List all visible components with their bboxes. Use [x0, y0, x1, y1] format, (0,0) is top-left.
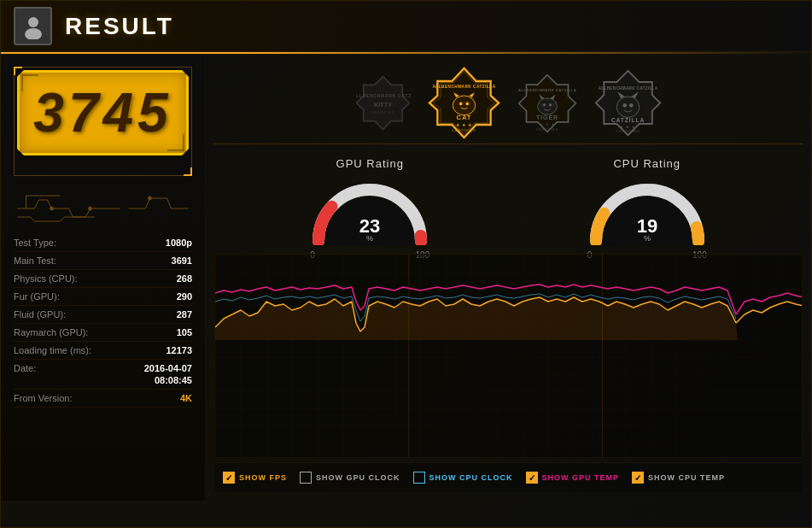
svg-point-36: [616, 97, 639, 117]
stat-value: 4K: [180, 393, 192, 403]
svg-rect-50: [215, 255, 802, 457]
gpu-temp-label: SHOW GPU TEMP: [542, 473, 620, 482]
svg-text:KITTY: KITTY: [373, 101, 391, 109]
cpu-temp-checkbox[interactable]: ✓: [632, 472, 644, 484]
stat-value: 2016-04-07: [144, 363, 192, 373]
stat-label: Main Test:: [14, 255, 56, 266]
badges-row: ALLBENCHMARK CATZI KITTY CERTIFIED ALLBE…: [214, 62, 803, 144]
page-title: RESULT: [65, 13, 174, 40]
cpu-gauge-title: CPU Rating: [613, 157, 681, 170]
stat-value: 290: [177, 291, 192, 302]
badge-shape-kitty: ALLBENCHMARK CATZI KITTY CERTIFIED: [355, 75, 411, 131]
fps-check-icon: ✓: [225, 473, 232, 483]
svg-text:CERTIFIED: CERTIFIED: [616, 130, 640, 133]
score-frame: 3745: [14, 67, 192, 176]
stat-label: Physics (CPU):: [14, 273, 78, 284]
gpu-gauge-wrap: 23 % 0 100: [310, 177, 429, 245]
score-corner-tl: [21, 74, 38, 91]
fps-checkbox[interactable]: ✓: [223, 472, 235, 484]
avatar: [14, 7, 52, 45]
svg-text:CAT: CAT: [456, 114, 471, 121]
legend-bar: ✓ SHOW FPS SHOW GPU CLOCK SHOW CPU CLOCK…: [214, 462, 803, 492]
fps-label: SHOW FPS: [239, 473, 287, 482]
badge-tiger: ALLBENCHMARK CATZILLA TIGER: [517, 73, 577, 133]
svg-point-38: [628, 103, 633, 108]
legend-cpu-temp[interactable]: ✓ SHOW CPU TEMP: [632, 472, 725, 484]
stat-label: Fluid (GPU):: [14, 309, 66, 320]
stats-table: Test Type: 1080p Main Test: 3691 Physics…: [14, 234, 192, 408]
stat-label: Raymarch (GPU):: [14, 327, 88, 337]
svg-text:★ ★ ★: ★ ★ ★: [455, 123, 471, 127]
legend-gpu-temp[interactable]: ✓ SHOW GPU TEMP: [526, 472, 620, 484]
svg-point-1: [25, 28, 42, 39]
svg-point-37: [622, 103, 627, 108]
svg-text:ALLBENCHMARK CATZILLA: ALLBENCHMARK CATZILLA: [598, 85, 657, 90]
stat-loading: Loading time (ms): 12173: [14, 342, 192, 360]
svg-point-0: [28, 17, 38, 27]
gpu-clock-checkbox[interactable]: [300, 472, 312, 484]
legend-fps[interactable]: ✓ SHOW FPS: [223, 472, 287, 484]
right-panel: ALLBENCHMARK CATZI KITTY CERTIFIED ALLBE…: [206, 54, 811, 501]
stat-value: 287: [177, 309, 192, 320]
cpu-temp-check-icon: ✓: [634, 473, 641, 483]
stat-raymarch: Raymarch (GPU): 105: [14, 324, 192, 342]
stat-value: 1080p: [166, 238, 192, 248]
svg-point-25: [542, 103, 546, 107]
badge-kitty: ALLBENCHMARK CATZI KITTY CERTIFIED: [355, 75, 411, 131]
stat-test-type: Test Type: 1080p: [14, 234, 192, 252]
svg-text:CERTIFIED: CERTIFIED: [452, 129, 476, 132]
cpu-clock-checkbox[interactable]: [413, 472, 425, 484]
stat-label: From Version:: [14, 393, 72, 403]
score-corner-br: [167, 134, 184, 151]
header: RESULT: [1, 1, 811, 52]
badge-catzilla: ALLBENCHMARK CATZILLA CATZILLA ★ ★ ★ CER…: [594, 69, 663, 138]
stat-physics: Physics (CPU): 268: [14, 270, 192, 288]
badge-cat: ALLBENCHMARK CATZILLA CAT ★ ★ ★ CERTIF: [428, 67, 500, 139]
svg-point-16: [465, 103, 469, 106]
legend-cpu-clock[interactable]: SHOW CPU CLOCK: [413, 472, 513, 484]
cpu-gauge-wrap: 19 % 0 100: [587, 177, 707, 245]
svg-point-14: [453, 96, 475, 115]
cpu-clock-label: SHOW CPU CLOCK: [429, 473, 513, 482]
svg-point-15: [459, 103, 462, 106]
svg-text:ALLBENCHMARK CATZILLA: ALLBENCHMARK CATZILLA: [517, 88, 576, 92]
cpu-gauge: CPU Rating 19 %: [562, 157, 733, 245]
stat-value: 268: [177, 273, 192, 284]
main-content: 3745: [1, 54, 811, 501]
stat-label: Loading time (ms):: [14, 345, 91, 355]
gpu-temp-checkbox[interactable]: ✓: [526, 472, 538, 484]
svg-text:CERTIFIED: CERTIFIED: [535, 127, 558, 131]
gpu-gauge: GPU Rating 23: [284, 157, 455, 245]
stat-main-test: Main Test: 3691: [14, 252, 192, 270]
svg-text:%: %: [366, 234, 373, 243]
left-panel: 3745: [1, 54, 206, 501]
stat-version: From Version: 4K: [14, 390, 192, 408]
badge-shape-cat: ALLBENCHMARK CATZILLA CAT ★ ★ ★ CERTIF: [428, 67, 500, 139]
stat-date: Date: 2016-04-07 08:08:45: [14, 360, 192, 390]
svg-point-26: [548, 103, 552, 107]
svg-point-3: [89, 207, 92, 210]
svg-point-2: [50, 207, 54, 210]
stat-value: 12173: [166, 345, 192, 355]
stat-label: Test Type:: [14, 238, 56, 248]
cpu-temp-label: SHOW CPU TEMP: [648, 473, 725, 482]
badge-shape-catzilla: ALLBENCHMARK CATZILLA CATZILLA ★ ★ ★ CER…: [594, 69, 663, 138]
stat-label: Date:: [14, 363, 36, 373]
svg-point-24: [537, 97, 557, 114]
gpu-gauge-title: GPU Rating: [336, 157, 404, 170]
legend-gpu-clock[interactable]: SHOW GPU CLOCK: [300, 472, 400, 484]
stat-value: 3691: [172, 255, 192, 266]
app-wrapper: RESULT 3745: [0, 0, 812, 528]
stat-label: Fur (GPU):: [14, 291, 60, 302]
svg-text:★ ★ ★: ★ ★ ★: [620, 125, 636, 128]
score-value: 3745: [28, 85, 178, 140]
stat-date-time: 08:08:45: [155, 375, 192, 385]
gauges-row: GPU Rating 23: [214, 153, 803, 249]
badge-shape-tiger: ALLBENCHMARK CATZILLA TIGER: [517, 73, 577, 133]
stat-fluid: Fluid (GPU): 287: [14, 306, 192, 324]
performance-graph: [215, 255, 802, 457]
stat-value: 105: [177, 327, 192, 337]
svg-point-6: [149, 197, 152, 200]
svg-text:CATZILLA: CATZILLA: [610, 117, 644, 123]
stat-fur: Fur (GPU): 290: [14, 288, 192, 306]
